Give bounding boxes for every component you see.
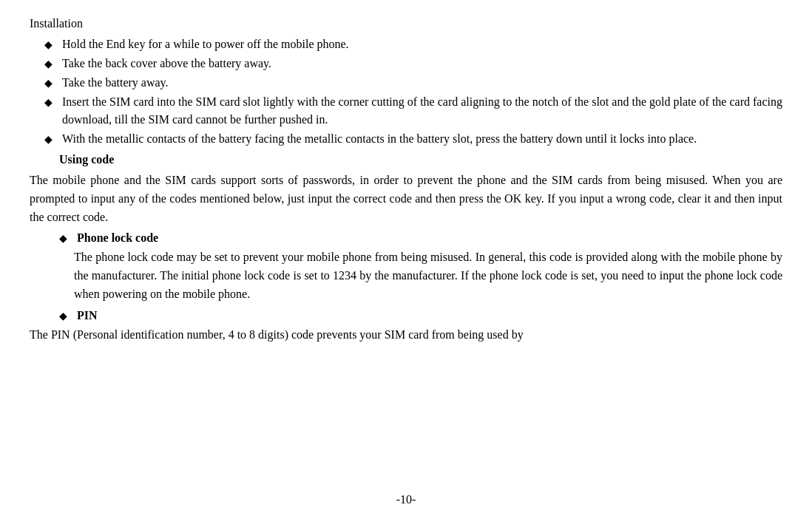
diamond-icon: ◆ [44,75,58,91]
diamond-icon: ◆ [44,95,58,110]
bullet-text-3: Take the battery away. [62,74,782,92]
diamond-icon: ◆ [59,308,72,324]
bullet-text-4: Insert the SIM card into the SIM card sl… [62,93,782,129]
page-container: Installation ◆ Hold the End key for a wh… [0,0,812,516]
phone-lock-code-title: Phone lock code [77,229,782,247]
using-code-title: Using code [59,151,782,169]
list-item: ◆ Take the back cover above the battery … [30,55,782,72]
diamond-icon: ◆ [44,132,58,147]
list-item: ◆ PIN [30,307,782,325]
main-content: Installation ◆ Hold the End key for a wh… [30,15,782,344]
diamond-icon: ◆ [44,37,58,52]
diamond-icon: ◆ [59,231,72,246]
list-item: ◆ With the metallic contacts of the batt… [30,130,782,148]
list-item: ◆ Insert the SIM card into the SIM card … [30,93,782,129]
bullet-text-5: With the metallic contacts of the batter… [62,130,782,148]
pin-paragraph: The PIN (Personal identification number,… [30,326,782,344]
using-code-paragraph: The mobile phone and the SIM cards suppo… [30,172,782,226]
diamond-icon: ◆ [44,56,58,72]
list-item: ◆ Phone lock code [30,229,782,247]
page-footer: -10- [0,491,812,509]
bullet-text-2: Take the back cover above the battery aw… [62,55,782,72]
page-number: -10- [396,493,416,506]
installation-title: Installation [30,15,782,33]
pin-title: PIN [77,307,782,325]
phone-lock-code-paragraph: The phone lock code may be set to preven… [30,248,782,303]
using-code-section: Using code [30,151,782,169]
list-item: ◆ Hold the End key for a while to power … [30,35,782,53]
installation-label: Installation [30,17,83,30]
bullet-text-1: Hold the End key for a while to power of… [62,35,782,53]
list-item: ◆ Take the battery away. [30,74,782,92]
